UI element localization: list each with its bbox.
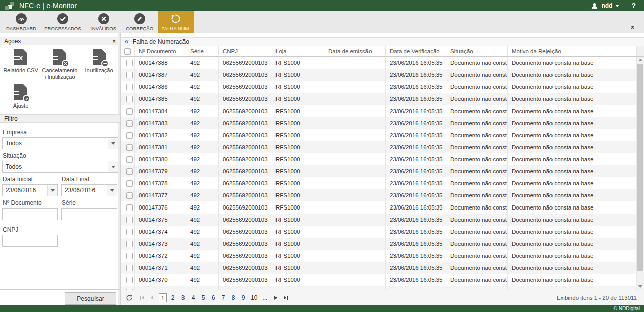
table-row[interactable]: 000147369 492 06255692000103 RFS1000 23/… (121, 286, 637, 290)
row-checkbox[interactable] (126, 180, 133, 187)
scroll-down-button[interactable] (637, 283, 644, 290)
table-row[interactable]: 000147387 492 06255692000103 RFS1000 23/… (121, 69, 637, 81)
scroll-up-button[interactable] (637, 57, 644, 63)
scrollbar-thumb[interactable] (637, 64, 643, 271)
tab-correcao[interactable]: CORREÇÃO (122, 11, 158, 33)
table-row[interactable]: 000147379 492 06255692000103 RFS1000 23/… (121, 165, 637, 177)
pager-page-4[interactable]: 4 (189, 293, 197, 302)
pager-page-10[interactable]: 10 (249, 293, 259, 302)
row-checkbox-cell (121, 57, 135, 69)
data-inicial-picker[interactable]: 23/06/2016 (2, 184, 58, 196)
row-checkbox[interactable] (126, 192, 133, 199)
row-checkbox[interactable] (126, 156, 133, 163)
vertical-scrollbar[interactable] (637, 57, 644, 290)
pager-page-5[interactable]: 5 (199, 293, 207, 302)
column-header-cnpj[interactable]: CNPJ (219, 46, 271, 56)
row-checkbox[interactable] (126, 204, 133, 211)
cell-cnpj: 06255692000103 (219, 93, 271, 105)
collapse-actions-button[interactable]: « (113, 38, 116, 45)
table-row[interactable]: 000147376 492 06255692000103 RFS1000 23/… (121, 201, 637, 214)
row-checkbox[interactable] (126, 289, 133, 290)
select-all-checkbox[interactable] (124, 48, 131, 55)
prev-page-button[interactable] (150, 295, 154, 300)
row-checkbox[interactable] (126, 60, 133, 66)
refresh-button[interactable] (126, 294, 133, 301)
column-header-motivo[interactable]: Motivo da Rejeição (508, 46, 637, 56)
row-checkbox[interactable] (126, 144, 133, 151)
first-page-button[interactable] (140, 295, 145, 300)
pager-page-7[interactable]: 7 (219, 293, 227, 302)
pager-page-6[interactable]: 6 (209, 293, 217, 302)
row-checkbox[interactable] (126, 253, 133, 259)
column-header-loja[interactable]: Loja (271, 46, 324, 56)
table-row[interactable]: 000147370 492 06255692000103 RFS1000 23/… (121, 274, 637, 286)
pesquisar-button[interactable]: Pesquisar (65, 292, 116, 305)
cancelamento-inutilizacao-button[interactable]: Cancelamento \ Inutilização (40, 49, 79, 80)
data-final-value: 23/06/2016 (62, 187, 107, 194)
pager-page-2[interactable]: 2 (169, 293, 177, 302)
empresa-select[interactable]: Todos (2, 137, 118, 149)
chevron-down-icon[interactable] (108, 138, 118, 149)
row-checkbox[interactable] (126, 168, 133, 175)
table-row[interactable]: 000147371 492 06255692000103 RFS1000 23/… (121, 262, 637, 274)
row-checkbox[interactable] (126, 241, 133, 247)
column-header-documento[interactable]: Nº Documento (135, 46, 186, 56)
pager-page-1[interactable]: 1 (159, 293, 167, 302)
row-checkbox[interactable] (126, 229, 133, 235)
pager-page-9[interactable]: 9 (239, 293, 247, 302)
column-header-emissao[interactable]: Data de emissão (324, 46, 386, 56)
tab-invalidos[interactable]: INVÁLIDOS (85, 11, 122, 33)
column-header-serie[interactable]: Série (186, 46, 219, 56)
table-row[interactable]: 000147385 492 06255692000103 RFS1000 23/… (121, 93, 637, 105)
table-row[interactable]: 000147381 492 06255692000103 RFS1000 23/… (121, 141, 637, 153)
row-checkbox[interactable] (126, 72, 133, 78)
cell-cnpj: 06255692000103 (219, 189, 271, 201)
table-row[interactable]: 000147386 492 06255692000103 RFS1000 23/… (121, 81, 637, 93)
tab-processados[interactable]: PROCESSADOS (40, 11, 85, 33)
pager-page-8[interactable]: 8 (229, 293, 237, 302)
row-checkbox[interactable] (126, 96, 133, 102)
table-row[interactable]: 000147374 492 06255692000103 RFS1000 23/… (121, 226, 637, 238)
user-menu[interactable]: ndd (591, 2, 619, 10)
table-row[interactable]: 000147383 492 06255692000103 RFS1000 23/… (121, 117, 637, 129)
table-row[interactable]: 000147380 492 06255692000103 RFS1000 23/… (121, 153, 637, 165)
tab-dashboard[interactable]: DASHBOARD (2, 11, 40, 33)
collapse-sidebar-icon[interactable]: « (121, 37, 133, 46)
file-csv-icon: x (14, 49, 27, 65)
chevron-down-icon[interactable] (108, 161, 118, 172)
table-row[interactable]: 000147384 492 06255692000103 RFS1000 23/… (121, 105, 637, 117)
inutilizacao-button[interactable]: Inutilização (79, 49, 119, 80)
table-row[interactable]: 000147382 492 06255692000103 RFS1000 23/… (121, 129, 637, 141)
collapse-toolbar-button[interactable]: « (631, 24, 638, 31)
serie-input[interactable] (61, 208, 117, 220)
situacao-select[interactable]: Todos (2, 161, 118, 173)
table-row[interactable]: 000147372 492 06255692000103 RFS1000 23/… (121, 250, 637, 262)
pager-page-3[interactable]: 3 (179, 293, 187, 302)
relatorio-csv-button[interactable]: x Relatório CSV (1, 49, 40, 80)
column-header-verificacao[interactable]: Data de Verificação (386, 46, 446, 56)
chevron-down-icon[interactable] (47, 185, 57, 196)
data-final-picker[interactable]: 23/06/2016 (61, 184, 117, 196)
row-checkbox[interactable] (126, 217, 133, 223)
chevron-down-icon[interactable] (107, 185, 117, 196)
row-checkbox[interactable] (126, 265, 133, 271)
num-documento-input[interactable] (2, 208, 58, 220)
table-row[interactable]: 000147377 492 06255692000103 RFS1000 23/… (121, 189, 637, 201)
row-checkbox[interactable] (126, 120, 133, 127)
last-page-button[interactable] (283, 295, 288, 300)
cell-documento: 000147371 (135, 262, 186, 274)
next-page-button[interactable] (274, 295, 278, 300)
row-checkbox[interactable] (126, 132, 133, 139)
column-header-situacao[interactable]: Situação (446, 46, 508, 56)
table-row[interactable]: 000147378 492 06255692000103 RFS1000 23/… (121, 177, 637, 189)
row-checkbox[interactable] (126, 108, 133, 115)
table-row[interactable]: 000147388 492 06255692000103 RFS1000 23/… (121, 57, 637, 69)
help-button[interactable]: ? (631, 2, 636, 10)
row-checkbox[interactable] (126, 277, 133, 283)
table-row[interactable]: 000147375 492 06255692000103 RFS1000 23/… (121, 214, 637, 226)
table-row[interactable]: 000147373 492 06255692000103 RFS1000 23/… (121, 238, 637, 250)
row-checkbox[interactable] (126, 84, 133, 90)
tab-falha-num[interactable]: FALHA NUM. (158, 11, 195, 33)
ajuste-button[interactable]: Ajuste (1, 84, 40, 109)
cnpj-input[interactable] (2, 235, 58, 247)
